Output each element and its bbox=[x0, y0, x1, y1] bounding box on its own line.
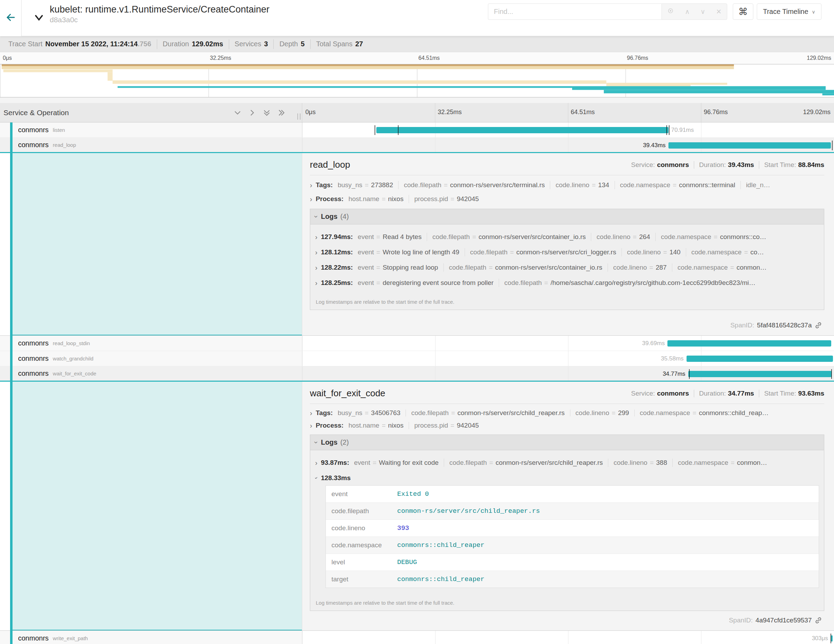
span-row-wait-for-exit-code[interactable]: conmonrs wait_for_exit_code 34.77ms bbox=[0, 366, 834, 382]
span-duration-label: 34.77ms bbox=[663, 371, 685, 377]
expand-one-icon[interactable] bbox=[247, 108, 257, 117]
log-entry-expanded[interactable]: › 128.33ms bbox=[315, 474, 819, 482]
log-entry[interactable]: › 128.25ms: event=deregistering event so… bbox=[315, 279, 819, 287]
divider bbox=[655, 233, 656, 241]
span-detail-title: read_loop bbox=[310, 159, 350, 170]
chevron-right-icon: › bbox=[310, 181, 312, 189]
span-duration-label: 303μs bbox=[812, 635, 828, 642]
log-entry[interactable]: › 128.12ms: event=Wrote log line of leng… bbox=[315, 248, 819, 256]
span-name-cell[interactable]: conmonrs watch_grandchild bbox=[0, 351, 302, 366]
trace-duration: Duration 129.02ms bbox=[157, 39, 229, 49]
detail-service: conmonrs bbox=[657, 390, 689, 397]
span-timeline-cell[interactable]: 34.77ms bbox=[302, 366, 834, 380]
tag-pair: code.filepath=conmon-rs/server/src/child… bbox=[449, 459, 603, 466]
divider bbox=[608, 264, 608, 272]
span-name-cell[interactable]: conmonrs read_loop_stdin bbox=[0, 336, 302, 351]
span-row-write-exit-path[interactable]: conmonrs write_exit_path 303μs bbox=[0, 631, 834, 644]
span-detail-meta: Service: conmonrs Duration: 39.43ms Star… bbox=[631, 161, 824, 169]
chevron-down-icon: › bbox=[315, 477, 320, 479]
log-entry[interactable]: › 127.94ms: event=Read 4 bytescode.filep… bbox=[315, 233, 819, 241]
tag-pair: code.namespace=conmon… bbox=[678, 459, 767, 466]
detail-service: conmonrs bbox=[657, 161, 689, 169]
span-bar[interactable] bbox=[687, 356, 833, 362]
service-operation-title: Service & Operation bbox=[3, 108, 69, 117]
process-section[interactable]: › Process: host.name=nixosprocess.pid=94… bbox=[310, 422, 824, 429]
span-row-read-loop[interactable]: conmonrs read_loop 39.43ms bbox=[0, 138, 834, 153]
divider bbox=[672, 459, 672, 467]
expand-all-icon[interactable] bbox=[277, 108, 286, 117]
divider bbox=[550, 181, 550, 189]
span-id-row: SpanID: 5faf48165428c37a bbox=[310, 316, 824, 333]
title-block: kubelet: runtime.v1.RuntimeService/Creat… bbox=[50, 3, 270, 24]
tag-pair: code.lineno=134 bbox=[555, 181, 609, 189]
divider bbox=[443, 264, 444, 272]
span-timeline-cell[interactable]: 39.43ms bbox=[302, 138, 834, 152]
locate-icon[interactable] bbox=[667, 7, 674, 16]
chevron-right-icon: › bbox=[315, 459, 318, 467]
span-name-cell[interactable]: conmonrs listen bbox=[0, 123, 302, 138]
collapse-one-icon[interactable] bbox=[233, 108, 242, 117]
detail-duration: 34.77ms bbox=[728, 390, 754, 397]
span-bar[interactable] bbox=[688, 371, 832, 377]
process-section[interactable]: › Process: host.name=nixosprocess.pid=94… bbox=[310, 195, 824, 203]
span-timeline-cell[interactable]: 35.58ms bbox=[302, 351, 834, 366]
chevron-right-icon: › bbox=[315, 248, 318, 256]
tag-pair: busy_ns=273882 bbox=[338, 181, 393, 189]
span-timeline-cell[interactable]: 39.69ms bbox=[302, 336, 834, 351]
log-field-row: targetconmonrs::child_reaper bbox=[326, 571, 819, 587]
log-entry[interactable]: › 93.87ms: event=Waiting for exit codeco… bbox=[315, 459, 819, 467]
tags-section[interactable]: › Tags: busy_ns=273882code.filepath=conm… bbox=[310, 181, 824, 189]
timeline-ruler: 0μs 32.25ms 64.51ms 96.76ms 129.02ms bbox=[302, 103, 834, 122]
collapse-trace-button[interactable] bbox=[32, 12, 46, 26]
span-list: conmonrs listen 70.91ms conmonrs read_lo… bbox=[0, 123, 834, 644]
collapse-all-icon[interactable] bbox=[262, 108, 271, 117]
span-row-watch-grandchild[interactable]: conmonrs watch_grandchild 35.58ms bbox=[0, 351, 834, 366]
span-timeline-cell[interactable]: 303μs bbox=[302, 631, 834, 644]
view-selector-label: Trace Timeline bbox=[763, 8, 808, 16]
keyboard-shortcuts-button[interactable]: ⌘ bbox=[733, 3, 753, 20]
span-bar[interactable] bbox=[376, 127, 668, 133]
span-name-cell[interactable]: conmonrs read_loop bbox=[0, 138, 302, 152]
divider bbox=[406, 409, 406, 416]
span-id-value: 5faf48165428c37a bbox=[757, 322, 812, 329]
logs-header[interactable]: › Logs (4) bbox=[310, 209, 824, 225]
log-marker-tick bbox=[832, 141, 832, 150]
find-input[interactable] bbox=[488, 3, 661, 20]
tag-pair: process.pid=942045 bbox=[414, 195, 479, 203]
span-row-listen[interactable]: conmonrs listen 70.91ms bbox=[0, 123, 834, 138]
span-timeline-cell[interactable]: 70.91ms bbox=[302, 123, 834, 138]
tag-pair: code.namespace=conmonrs::co… bbox=[661, 233, 766, 241]
log-entry[interactable]: › 128.22ms: event=Stopping read loopcode… bbox=[315, 264, 819, 272]
tag-pair: code.filepath=conmon-rs/server/src/conta… bbox=[449, 264, 602, 271]
view-selector-button[interactable]: Trace Timeline ∨ bbox=[757, 3, 821, 20]
tags-section[interactable]: › Tags: busy_ns=34506763code.filepath=co… bbox=[310, 409, 824, 416]
back-button[interactable] bbox=[0, 0, 21, 36]
service-name: conmonrs bbox=[18, 126, 49, 134]
span-detail-title: wait_for_exit_code bbox=[310, 388, 385, 399]
span-bar[interactable] bbox=[668, 340, 831, 346]
span-duration-label: 70.91ms bbox=[671, 127, 694, 133]
copy-link-icon[interactable] bbox=[815, 322, 822, 329]
span-bar[interactable] bbox=[668, 142, 831, 149]
chevron-right-icon: › bbox=[315, 233, 318, 241]
operation-name: write_exit_path bbox=[53, 635, 88, 641]
minimap-canvas[interactable] bbox=[0, 64, 834, 97]
axis-tick: 96.76ms bbox=[627, 55, 648, 61]
find-prev-icon[interactable]: ∧ bbox=[685, 8, 690, 16]
find-clear-icon[interactable]: ✕ bbox=[716, 8, 722, 16]
column-resize-grip[interactable] bbox=[297, 113, 301, 120]
divider bbox=[444, 459, 444, 467]
logs-header[interactable]: › Logs (2) bbox=[310, 435, 824, 450]
copy-link-icon[interactable] bbox=[815, 616, 822, 624]
axis-tick: 32.25ms bbox=[210, 55, 231, 61]
span-detail-content: wait_for_exit_code Service: conmonrs Dur… bbox=[302, 382, 834, 630]
logs-footnote: Log timestamps are relative to the start… bbox=[315, 595, 819, 611]
divider bbox=[608, 459, 608, 467]
span-name-cell[interactable]: conmonrs write_exit_path bbox=[0, 631, 302, 644]
span-name-cell[interactable]: conmonrs wait_for_exit_code bbox=[0, 366, 302, 380]
span-detail-indent bbox=[13, 153, 302, 335]
tag-pair: code.filepath=conmon-rs/server/src/termi… bbox=[404, 181, 545, 189]
span-row-read-loop-stdin[interactable]: conmonrs read_loop_stdin 39.69ms bbox=[0, 336, 834, 351]
find-next-icon[interactable]: ∨ bbox=[700, 8, 705, 16]
divider bbox=[591, 233, 591, 241]
